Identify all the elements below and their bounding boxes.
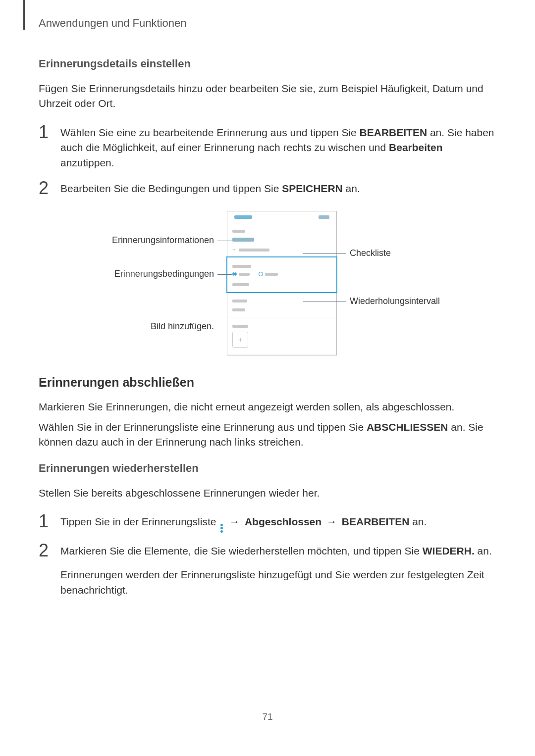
leader-line bbox=[217, 327, 238, 327]
arrow-separator: → bbox=[323, 516, 340, 527]
placeholder-line bbox=[232, 265, 251, 268]
callout-label: Wiederholungsintervall bbox=[350, 296, 440, 306]
text-fragment: Wählen Sie eine zu bearbeitende Erinneru… bbox=[60, 127, 360, 138]
step-text: Markieren Sie die Elemente, die Sie wied… bbox=[60, 542, 496, 598]
intro-paragraph: Stellen Sie bereits abgeschlossene Erinn… bbox=[39, 486, 496, 501]
text-bold: SPEICHERN bbox=[282, 183, 343, 194]
plus-icon: + bbox=[232, 247, 236, 253]
step-number: 2 bbox=[39, 542, 60, 559]
step-text: Wählen Sie eine zu bearbeitende Erinneru… bbox=[60, 123, 496, 170]
text-bold: WIEDERH. bbox=[423, 545, 475, 556]
checklist-row: + bbox=[232, 247, 331, 253]
phone-header bbox=[227, 211, 336, 222]
breadcrumb: Anwendungen und Funktionen bbox=[39, 17, 496, 30]
paragraph: Markieren Sie Erinnerungen, die nicht er… bbox=[39, 400, 496, 414]
reminder-info-section: + bbox=[227, 222, 336, 257]
text-fragment: Wählen Sie in der Erinnerungsliste eine … bbox=[39, 421, 367, 433]
step-sub-paragraph: Erinnerungen werden der Erinnerungsliste… bbox=[60, 567, 496, 598]
section-heading: Erinnerungen wiederherstellen bbox=[39, 462, 496, 475]
text-fragment: Tippen Sie in der Erinnerungsliste bbox=[60, 516, 219, 527]
text-fragment: anzutippen. bbox=[60, 157, 114, 168]
text-fragment: an. bbox=[343, 183, 360, 194]
leader-line bbox=[217, 241, 232, 241]
step-text: Tippen Sie in der Erinnerungsliste → Abg… bbox=[60, 512, 427, 533]
radio-option-on bbox=[232, 272, 237, 276]
text-bold: BEARBEITEN bbox=[342, 516, 410, 527]
radio-option-off bbox=[259, 272, 263, 276]
placeholder-line bbox=[232, 300, 247, 302]
step-number: 2 bbox=[39, 179, 60, 197]
diagram: + + bbox=[89, 211, 446, 354]
text-bold: Bearbeiten bbox=[389, 142, 443, 153]
text-bold: ABSCHLIESSEN bbox=[367, 421, 448, 433]
step-number: 1 bbox=[39, 512, 60, 530]
header-right-placeholder bbox=[319, 215, 329, 219]
text-fragment: an. bbox=[475, 545, 492, 556]
repeat-section bbox=[227, 292, 336, 317]
step-text: Bearbeiten Sie die Bedingungen und tippe… bbox=[60, 179, 360, 196]
step-number: 1 bbox=[39, 123, 60, 141]
placeholder-line bbox=[265, 273, 278, 276]
text-fragment: Markieren Sie die Elemente, die Sie wied… bbox=[60, 545, 423, 556]
leader-line bbox=[303, 253, 346, 254]
diagram-container: + + bbox=[39, 211, 496, 354]
text-bold: Abgeschlossen bbox=[245, 516, 321, 527]
text-fragment: Bearbeiten Sie die Bedingungen und tippe… bbox=[60, 183, 282, 194]
placeholder-line bbox=[232, 308, 245, 311]
steps-list-1: 1 Wählen Sie eine zu bearbeitende Erinne… bbox=[39, 123, 496, 197]
reminder-conditions-section bbox=[227, 257, 336, 292]
radio-group bbox=[232, 272, 331, 276]
add-image-box: + bbox=[232, 332, 248, 348]
callout-label: Erinnerungsinformationen bbox=[112, 235, 214, 246]
section-heading-2: Erinnerungen abschließen bbox=[39, 375, 496, 390]
text-bold: BEARBEITEN bbox=[360, 127, 428, 138]
placeholder-line bbox=[232, 238, 254, 242]
placeholder-line bbox=[232, 325, 248, 328]
page-number: 71 bbox=[262, 711, 272, 722]
leader-line bbox=[217, 274, 232, 275]
paragraph: Wählen Sie in der Erinnerungsliste eine … bbox=[39, 420, 496, 450]
header-left-placeholder bbox=[234, 215, 252, 219]
placeholder-line bbox=[232, 283, 249, 286]
add-image-section: + bbox=[227, 317, 336, 355]
callout-label: Bild hinzufügen. bbox=[151, 321, 214, 332]
steps-list-2: 1 Tippen Sie in der Erinnerungsliste → A… bbox=[39, 512, 496, 598]
text-fragment: an. bbox=[409, 516, 427, 527]
intro-paragraph: Fügen Sie Erinnerungsdetails hinzu oder … bbox=[39, 81, 496, 111]
placeholder-line bbox=[232, 230, 245, 233]
section-heading: Erinnerungsdetails einstellen bbox=[39, 57, 496, 70]
callout-label: Erinnerungsbedingungen bbox=[114, 269, 214, 279]
page-tab-marker bbox=[23, 0, 25, 30]
more-options-icon bbox=[220, 524, 223, 533]
arrow-separator: → bbox=[226, 516, 243, 527]
phone-mockup: + + bbox=[227, 211, 337, 355]
callout-label: Checkliste bbox=[350, 248, 391, 258]
leader-line bbox=[303, 302, 346, 302]
placeholder-line bbox=[239, 273, 250, 276]
placeholder-line bbox=[239, 249, 269, 252]
page-content: Anwendungen und Funktionen Erinnerungsde… bbox=[0, 0, 535, 598]
